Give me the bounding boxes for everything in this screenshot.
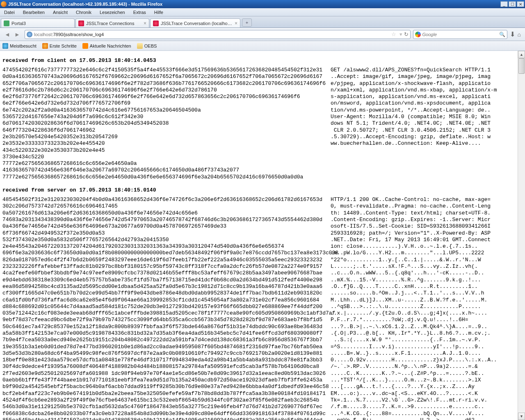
menu-chronik[interactable]: Chronik — [72, 10, 96, 15]
new-tab-button[interactable]: + — [242, 18, 252, 27]
menu-ansicht[interactable]: Ansicht — [49, 10, 72, 15]
reload-icon[interactable]: ↻ — [404, 31, 409, 37]
tab-strip: Portal3 JSSLTrace Connections × JSSLTrac… — [0, 16, 525, 28]
menu-bar: Datei Bearbeiten Ansicht Chronik Lesezei… — [0, 8, 525, 16]
navigation-toolbar: ◄ ► localhost:7890/jssltrace/show_log4 ☆… — [0, 28, 525, 41]
text-dump-client: GET /alswww2.dll/APS_ZONES?fn=QuickSearc… — [331, 67, 518, 147]
bookmarks-bar: Meistbesucht Erste Schritte Aktuelle Nac… — [0, 41, 525, 51]
menu-bearbeiten[interactable]: Bearbeiten — [19, 10, 49, 15]
page-content: received from client on 17.05.2013 18:40… — [0, 51, 518, 420]
bookmark-oebs[interactable]: OEBS — [137, 43, 157, 49]
window-title: JSSLTrace Conversation (localhost->62.10… — [8, 2, 500, 7]
close-icon[interactable]: × — [235, 21, 237, 26]
section-heading-server: received from server on 17.05.2013 18:40… — [2, 187, 518, 193]
bookmark-meistbesucht[interactable]: Meistbesucht — [2, 43, 37, 49]
bookmark-aktuelle-nachrichten[interactable]: Aktuelle Nachrichten — [82, 43, 131, 49]
window-titlebar: JSSLTrace Conversation (localhost->62.10… — [0, 0, 525, 8]
url-bar[interactable]: localhost:7890/jssltrace/show_log4 ☆ ▾ ↻ — [25, 30, 411, 39]
globe-icon — [27, 32, 32, 37]
back-button[interactable]: ◄ — [2, 30, 12, 39]
search-box[interactable]: 🔍 — [413, 30, 507, 39]
search-icon[interactable]: 🔍 — [499, 32, 505, 37]
vertical-scrollbar[interactable]: ▲ ▼ — [518, 51, 525, 420]
downloads-button[interactable]: ⬇ — [510, 30, 515, 38]
hex-dump-server: 485454502f312e3120323030204f4b0d0a436163… — [2, 196, 331, 420]
rss-icon — [82, 43, 88, 49]
hex-dump-client: 474554202f616c73777777322e646c6c2f415053… — [2, 67, 331, 180]
favicon-icon — [4, 21, 9, 26]
favicon-icon — [78, 21, 84, 26]
bookmark-star-icon[interactable]: ☆ — [391, 31, 396, 37]
forward-button[interactable]: ► — [12, 30, 22, 39]
url-path: :7890/jssltrace/show_log4 — [52, 32, 104, 37]
scroll-thumb[interactable] — [518, 58, 525, 74]
scroll-track[interactable] — [518, 58, 525, 413]
google-icon — [415, 32, 421, 37]
favicon-icon — [153, 21, 159, 26]
menu-extras[interactable]: Extras — [129, 10, 150, 15]
menu-lesezeichen[interactable]: Lesezeichen — [96, 10, 129, 15]
section-heading-client: received from client on 17.05.2013 18:40… — [2, 57, 518, 64]
menu-datei[interactable]: Datei — [0, 10, 19, 15]
maximize-button[interactable]: ☐ — [509, 1, 516, 7]
search-input[interactable] — [422, 32, 499, 37]
tab-portal3[interactable]: Portal3 — [1, 18, 75, 27]
scroll-down-button[interactable]: ▼ — [518, 413, 525, 420]
minimize-button[interactable]: _ — [500, 1, 508, 7]
tab-label: Portal3 — [11, 21, 72, 26]
close-window-button[interactable]: ✕ — [517, 1, 524, 7]
menu-hilfe[interactable]: Hilfe — [150, 10, 167, 15]
most-visited-icon — [2, 43, 8, 49]
bookmark-erste-schritte[interactable]: Erste Schritte — [42, 43, 77, 49]
text-dump-server: HTTP/1.1 200 OK..Cache-Control: no-cache… — [331, 196, 518, 420]
firefox-icon — [1, 1, 7, 7]
tab-connections[interactable]: JSSLTrace Connections × — [75, 18, 149, 27]
tab-conversation[interactable]: JSSLTrace Conversation (localhost->62...… — [150, 18, 240, 27]
url-host: localhost — [34, 32, 52, 37]
home-button[interactable]: ⌂ — [518, 31, 521, 38]
firefox-icon — [42, 43, 48, 49]
close-icon[interactable]: × — [144, 21, 146, 26]
folder-icon — [137, 43, 143, 49]
dropdown-icon[interactable]: ▾ — [399, 31, 402, 37]
tab-label: JSSLTrace Connections — [86, 21, 142, 26]
scroll-up-button[interactable]: ▲ — [518, 51, 525, 58]
tab-label: JSSLTrace Conversation (localhost->62...… — [161, 21, 233, 26]
